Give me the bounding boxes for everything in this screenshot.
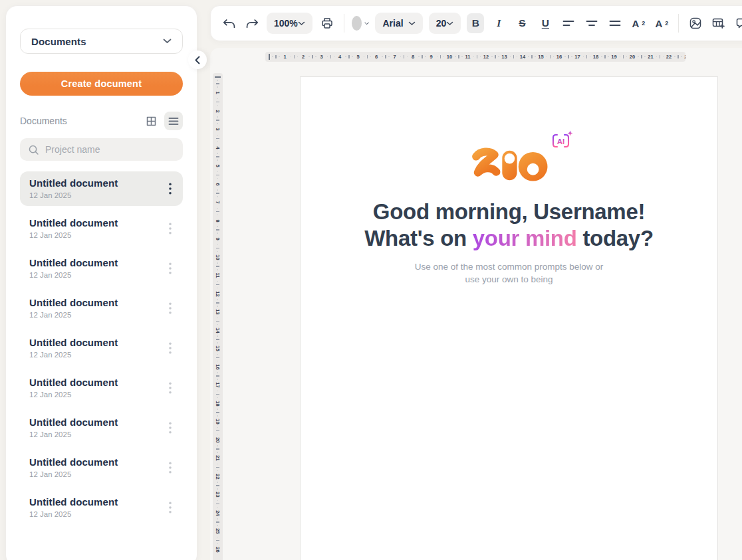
greeting-line1: Good morning, Username! <box>373 199 645 224</box>
font-size-select[interactable]: 20 <box>429 13 461 34</box>
redo-button[interactable] <box>243 13 261 33</box>
document-list-item[interactable]: Untitled document 12 Jan 2025 <box>20 490 183 525</box>
search-icon <box>28 144 39 155</box>
comment-button[interactable] <box>733 13 742 33</box>
zio-logo-icon <box>470 143 549 181</box>
workspace-select[interactable]: Documents <box>20 29 183 54</box>
document-menu-button[interactable] <box>166 381 174 395</box>
sidebar-collapse-button[interactable] <box>188 50 207 69</box>
align-center-icon <box>586 19 598 27</box>
chevron-down-icon <box>163 39 172 44</box>
insert-table-button[interactable] <box>710 13 727 33</box>
document-page[interactable]: AI Good morning, Username! What's on you… <box>300 76 718 560</box>
document-search[interactable] <box>20 138 183 161</box>
search-input[interactable] <box>45 144 175 155</box>
ai-badge-label: AI <box>556 138 564 145</box>
color-swatch <box>352 16 362 31</box>
superscript-button[interactable]: A2 <box>630 13 647 33</box>
document-date: 12 Jan 2025 <box>29 191 118 199</box>
subscript-button[interactable]: A2 <box>653 13 670 33</box>
document-title: Untitled document <box>29 217 118 229</box>
document-title: Untitled document <box>29 177 118 189</box>
align-center-button[interactable] <box>583 13 600 33</box>
underline-button[interactable]: U <box>537 13 554 33</box>
ai-badge: AI <box>550 130 574 151</box>
document-title: Untitled document <box>29 496 118 508</box>
document-list-item[interactable]: Untitled document 12 Jan 2025 <box>20 371 183 405</box>
toolbar-divider <box>344 14 344 33</box>
editor-canvas: 1234567891011121314151617181920212223 12… <box>210 48 742 560</box>
align-justify-icon <box>609 19 621 27</box>
list-view-button[interactable] <box>164 112 183 130</box>
document-menu-button[interactable] <box>166 420 174 435</box>
documents-section-label: Documents <box>20 116 67 126</box>
document-menu-button[interactable] <box>166 181 174 196</box>
create-document-button[interactable]: Create document <box>20 72 183 96</box>
document-date: 12 Jan 2025 <box>29 351 118 359</box>
chevron-down-icon <box>446 21 453 26</box>
redo-icon <box>245 18 259 29</box>
grid-view-button[interactable] <box>142 112 160 130</box>
chevron-down-icon <box>298 21 305 26</box>
insert-image-button[interactable] <box>687 13 704 33</box>
document-date: 12 Jan 2025 <box>29 430 118 438</box>
document-list-item[interactable]: Untitled document 12 Jan 2025 <box>20 211 183 246</box>
bold-button[interactable]: B <box>467 13 484 33</box>
chevron-down-icon <box>364 21 369 26</box>
strikethrough-button[interactable]: S <box>513 13 531 33</box>
document-title: Untitled document <box>29 417 118 428</box>
workspace-select-value: Documents <box>31 36 86 47</box>
document-menu-button[interactable] <box>166 500 174 515</box>
comment-icon <box>735 17 742 29</box>
kebab-icon <box>169 462 172 474</box>
document-list-item[interactable]: Untitled document 12 Jan 2025 <box>20 171 183 206</box>
greeting-highlight: your mind <box>473 226 577 250</box>
font-family-select[interactable]: Arial <box>375 13 422 34</box>
document-date: 12 Jan 2025 <box>29 510 118 518</box>
document-title: Untitled document <box>29 297 118 308</box>
text-color-button[interactable] <box>352 13 369 33</box>
view-toggles <box>142 112 183 130</box>
greeting-subtitle: Use one of the most common prompts below… <box>415 260 604 286</box>
italic-button[interactable]: I <box>490 13 507 33</box>
kebab-icon <box>169 183 172 195</box>
ruler-vertical: 1234567891011121314151617181920212223242… <box>213 73 223 560</box>
document-list-item[interactable]: Untitled document 12 Jan 2025 <box>20 291 183 326</box>
document-menu-button[interactable] <box>166 221 174 236</box>
logo: AI <box>470 143 549 181</box>
document-date: 12 Jan 2025 <box>29 391 118 399</box>
subtitle-line1: Use one of the most common prompts below… <box>415 262 604 272</box>
document-menu-button[interactable] <box>166 261 174 276</box>
print-button[interactable] <box>318 13 336 33</box>
document-menu-button[interactable] <box>166 301 174 316</box>
document-list-item[interactable]: Untitled document 12 Jan 2025 <box>20 450 183 485</box>
toolbar: 100% Arial 20 B I S U A2 A2 <box>210 5 742 41</box>
subtitle-line2: use your own to being <box>465 274 553 284</box>
kebab-icon <box>169 382 172 394</box>
undo-icon <box>222 18 236 29</box>
undo-button[interactable] <box>220 13 237 33</box>
ruler-horizontal: 1234567891011121314151617181920212223 <box>265 52 685 62</box>
align-justify-button[interactable] <box>606 13 624 33</box>
table-add-icon <box>711 17 725 30</box>
align-left-icon <box>562 19 574 27</box>
greeting-line2-post: today? <box>577 226 654 250</box>
zoom-value: 100% <box>274 18 298 29</box>
document-menu-button[interactable] <box>166 341 174 355</box>
list-icon <box>168 117 179 126</box>
chevron-down-icon <box>408 21 416 26</box>
document-list-item[interactable]: Untitled document 12 Jan 2025 <box>20 251 183 286</box>
document-list-item[interactable]: Untitled document 12 Jan 2025 <box>20 411 183 445</box>
document-title: Untitled document <box>29 456 118 468</box>
document-date: 12 Jan 2025 <box>29 231 118 239</box>
align-left-button[interactable] <box>560 13 577 33</box>
document-list-item[interactable]: Untitled document 12 Jan 2025 <box>20 331 183 365</box>
font-family-value: Arial <box>382 18 403 29</box>
kebab-icon <box>169 223 172 234</box>
kebab-icon <box>169 302 172 314</box>
kebab-icon <box>169 422 172 434</box>
toolbar-divider <box>678 14 679 33</box>
document-menu-button[interactable] <box>166 460 174 475</box>
kebab-icon <box>169 342 172 354</box>
zoom-select[interactable]: 100% <box>267 13 312 34</box>
